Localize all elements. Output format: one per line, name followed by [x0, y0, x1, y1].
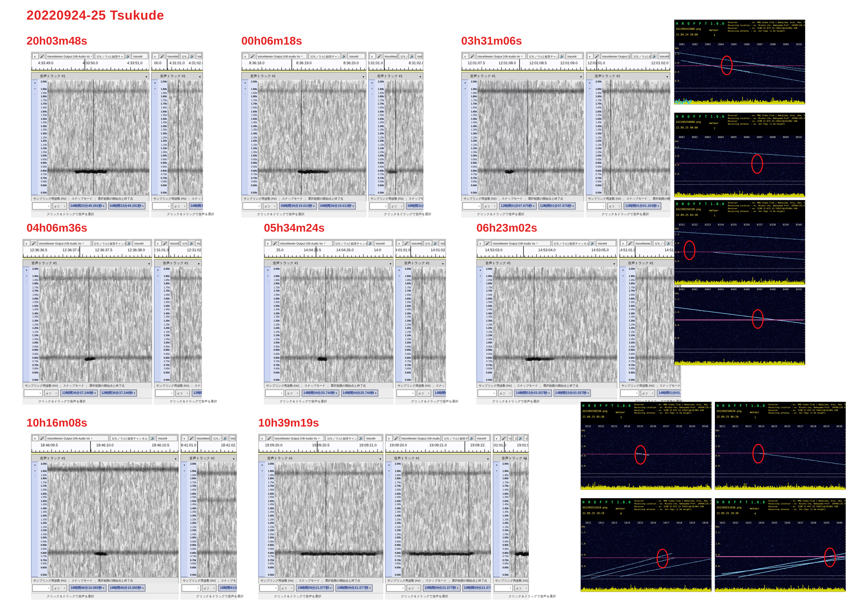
output-device-combo[interactable]: VoiceM	[475, 435, 490, 442]
output-device-combo[interactable]: VoiceM	[374, 240, 392, 247]
playhead-cursor[interactable]	[317, 442, 318, 452]
snap-mode-combo[interactable]: オフ∨	[202, 585, 216, 592]
input-device-combo[interactable]: VoiceMeeter Output (VB-Audio Vo∨	[256, 53, 307, 59]
selection-time-field[interactable]: 12時間01分07.675秒▼	[538, 202, 576, 209]
track-menu-arrow[interactable]: ▼	[613, 262, 616, 265]
snap-mode-combo[interactable]: オフ∨	[52, 585, 67, 592]
timeline-ruler[interactable]: 19:01:01.019:01:02	[493, 442, 529, 452]
spectrogram-canvas[interactable]	[493, 267, 617, 382]
playhead-cursor[interactable]	[198, 442, 198, 452]
sample-rate-combo[interactable]: ∨	[242, 202, 262, 209]
mini-dropdown[interactable]: ∨	[155, 240, 162, 247]
selection-time-field[interactable]: 18時間41分01.365秒▼	[218, 585, 237, 592]
mini-dropdown[interactable]: ∨	[587, 53, 594, 59]
track-menu-arrow[interactable]: ▼	[197, 262, 200, 265]
output-device-combo[interactable]: VoiceM	[195, 240, 201, 247]
selection-time-field[interactable]: 14時間01分01.365秒▼	[433, 390, 446, 397]
spectrogram-canvas[interactable]	[280, 267, 394, 382]
input-device-combo[interactable]: VoiceMeeter Output (VB-Audio Vo∨	[400, 435, 441, 442]
spectrogram-canvas[interactable]	[197, 462, 237, 577]
spectrogram-canvas[interactable]	[478, 79, 584, 195]
snap-mode-combo[interactable]: オフ∨	[285, 390, 300, 397]
timeline-ruler[interactable]: 14:51:01.014:51:02.0	[619, 246, 681, 257]
track-menu-arrow[interactable]: ▼	[666, 75, 669, 78]
playhead-cursor[interactable]	[80, 246, 80, 257]
playhead-cursor[interactable]	[519, 59, 520, 70]
track-menu-arrow[interactable]: ▼	[232, 457, 235, 460]
spectrogram-canvas[interactable]	[258, 79, 367, 195]
sample-rate-combo[interactable]: ∨	[462, 202, 482, 209]
sample-rate-combo[interactable]: ∨	[478, 390, 497, 397]
mini-dropdown[interactable]: ∨	[32, 53, 39, 59]
selection-time-field[interactable]: 19時間09分21.077秒▼	[296, 585, 334, 592]
sample-rate-combo[interactable]: ∨	[386, 585, 405, 592]
sample-rate-combo[interactable]: ∨	[24, 390, 43, 397]
track-menu-arrow[interactable]: ▼	[524, 457, 527, 460]
output-device-combo[interactable]: VoiceM	[565, 53, 583, 59]
playhead-cursor[interactable]	[597, 59, 597, 70]
sample-rate-combo[interactable]: ∨	[396, 390, 416, 397]
channel-combo[interactable]: 1(モノラル) 録音チャンネル∨	[94, 53, 125, 59]
sample-rate-combo[interactable]: ∨	[265, 390, 284, 397]
timeline-ruler[interactable]: 8:36:18.08:36:19.08:36:20.0	[241, 59, 366, 70]
mini-dropdown[interactable]: ∨	[620, 240, 627, 247]
timeline-ruler[interactable]: 19:09:20.019:09:21.019:09:22.	[385, 442, 491, 452]
timeline-ruler[interactable]: 4:33:49.04:33:50.04:33:51.0	[31, 59, 150, 70]
playhead-cursor[interactable]	[464, 442, 465, 452]
channel-combo[interactable]: 1(モノラル) 録音チャンネル∨	[92, 240, 126, 247]
snap-mode-combo[interactable]: オフ∨	[641, 390, 655, 397]
input-device-combo[interactable]: VoiceMeeter Output (VB-Audio Vo∨	[37, 240, 91, 247]
output-device-combo[interactable]: VoiceM	[156, 435, 178, 442]
input-device-combo[interactable]: VoiceMeeter Output (VB-Audio Vo∨	[633, 240, 652, 247]
track-menu-arrow[interactable]: ▼	[419, 75, 422, 78]
selection-time-field[interactable]: 14時間04分25.744秒▼	[302, 390, 339, 397]
output-device-combo[interactable]: VoiceM	[364, 435, 382, 442]
sample-rate-combo[interactable]: ∨	[587, 202, 606, 209]
input-device-combo[interactable]: VoiceMeeter Output (VB-Audio Vo∨	[165, 53, 179, 59]
track-menu-arrow[interactable]: ▼	[389, 262, 392, 265]
playhead-cursor[interactable]	[523, 246, 524, 257]
selection-time-field[interactable]: 08時間36分19.013秒▼	[318, 202, 356, 209]
mini-dropdown[interactable]: ∨	[386, 435, 393, 442]
channel-combo[interactable]: 1(モノラル) 録音チャンネル∨	[513, 435, 517, 442]
spectrogram-canvas[interactable]	[509, 462, 529, 577]
mini-dropdown[interactable]: ∨	[369, 53, 376, 59]
timeline-ruler[interactable]: 12:31:01.012:31:02.0	[154, 246, 202, 257]
playhead-cursor[interactable]	[316, 246, 316, 257]
track-menu-arrow[interactable]: ▼	[148, 262, 151, 265]
sample-rate-combo[interactable]: ∨	[620, 390, 639, 397]
output-device-combo[interactable]: VoiceM	[524, 435, 527, 442]
channel-combo[interactable]: 1(モノラル) 録音チャンネル∨	[110, 435, 150, 442]
output-device-combo[interactable]: VoiceM	[132, 240, 151, 247]
spectrogram-canvas[interactable]	[47, 462, 179, 577]
selection-time-field[interactable]: 14時間53分03.557秒▼	[553, 390, 591, 397]
sample-rate-combo[interactable]: ∨	[32, 202, 52, 209]
snap-mode-combo[interactable]: オフ∨	[390, 202, 404, 209]
selection-time-field[interactable]: 12時間36分37.246秒▼	[99, 390, 137, 397]
mini-dropdown[interactable]: ∨	[396, 240, 403, 247]
snap-mode-combo[interactable]: オフ∨	[406, 585, 421, 592]
selection-time-field[interactable]: 14時間51分01.200秒▼	[657, 390, 681, 397]
timeline-ruler[interactable]: 18:46:09.518:46:10.018:46:10.5	[31, 442, 179, 452]
output-device-combo[interactable]: VoiceM	[229, 435, 236, 442]
spectrogram-canvas[interactable]	[274, 462, 383, 577]
snap-mode-combo[interactable]: オフ∨	[173, 202, 187, 209]
output-device-combo[interactable]: VoiceM	[416, 53, 422, 59]
timeline-ruler[interactable]: 14:53:03.014:53:04.014:53:05.0	[476, 246, 617, 257]
spectrogram-canvas[interactable]	[384, 79, 424, 195]
output-device-combo[interactable]: VoiceM	[348, 53, 365, 59]
sample-rate-combo[interactable]: ∨	[152, 202, 172, 209]
snap-mode-combo[interactable]: オフ∨	[280, 585, 294, 592]
snap-mode-combo[interactable]: オフ∨	[175, 390, 190, 397]
input-device-combo[interactable]: VoiceMeeter Output (VB-Audio Vo∨	[168, 240, 179, 247]
selection-time-field[interactable]: 14時間53分03.557秒▼	[514, 390, 552, 397]
playhead-cursor[interactable]	[504, 442, 504, 452]
timeline-ruler[interactable]: 14:01:01.014:01:02.0	[395, 246, 446, 257]
timeline-ruler[interactable]: 19:09:20.019:09:20.519:09:21.0	[258, 442, 383, 452]
channel-combo[interactable]: 1(モノラル) 録音チャンネル∨	[527, 53, 559, 59]
timeline-ruler[interactable]: 25.014:04:25.514:04:26.014:0	[264, 246, 394, 257]
spectrogram-canvas[interactable]	[411, 267, 446, 382]
track-menu-arrow[interactable]: ▼	[362, 75, 365, 78]
selection-time-field[interactable]: 18時間46分10.065秒▼	[108, 585, 146, 592]
channel-combo[interactable]: 1(モノラル) 録音チャンネル∨	[309, 53, 341, 59]
